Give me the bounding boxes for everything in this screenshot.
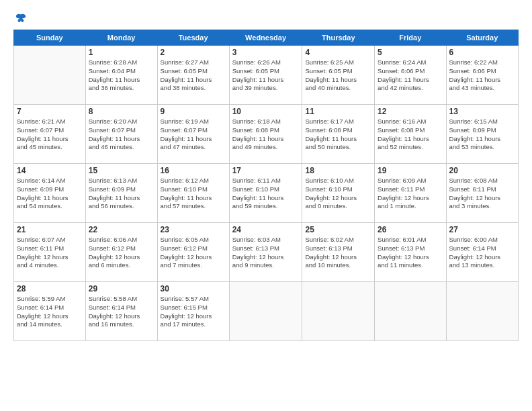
calendar-cell: 14Sunrise: 6:14 AMSunset: 6:09 PMDayligh… [14,164,86,223]
weekday-row: SundayMondayTuesdayWednesdayThursdayFrid… [14,30,519,46]
calendar-cell: 20Sunrise: 6:08 AMSunset: 6:11 PMDayligh… [446,164,518,223]
calendar-cell: 4Sunrise: 6:25 AMSunset: 6:05 PMDaylight… [302,46,375,105]
day-info: Sunrise: 6:19 AMSunset: 6:07 PMDaylight:… [161,118,226,152]
day-info: Sunrise: 6:08 AMSunset: 6:11 PMDaylight:… [449,177,515,211]
day-number: 24 [232,225,300,234]
weekday-header: Thursday [302,30,375,46]
weekday-header: Friday [375,30,446,46]
calendar-cell: 27Sunrise: 6:00 AMSunset: 6:14 PMDayligh… [446,223,518,282]
calendar-cell: 18Sunrise: 6:10 AMSunset: 6:10 PMDayligh… [302,164,375,223]
calendar-week-row: 7Sunrise: 6:21 AMSunset: 6:07 PMDaylight… [14,105,519,164]
day-info: Sunrise: 6:10 AMSunset: 6:10 PMDaylight:… [305,177,371,211]
calendar-week-row: 1Sunrise: 6:28 AMSunset: 6:04 PMDaylight… [14,46,519,105]
day-info: Sunrise: 5:57 AMSunset: 6:15 PMDaylight:… [161,295,226,329]
calendar-body: 1Sunrise: 6:28 AMSunset: 6:04 PMDaylight… [14,46,519,341]
day-info: Sunrise: 6:06 AMSunset: 6:12 PMDaylight:… [89,236,154,270]
day-info: Sunrise: 6:26 AMSunset: 6:05 PMDaylight:… [232,58,300,93]
day-number: 12 [378,107,443,116]
calendar-cell: 17Sunrise: 6:11 AMSunset: 6:10 PMDayligh… [229,164,302,223]
calendar-week-row: 14Sunrise: 6:14 AMSunset: 6:09 PMDayligh… [14,164,519,223]
day-number: 7 [17,107,83,116]
day-info: Sunrise: 5:59 AMSunset: 6:14 PMDaylight:… [17,295,83,329]
day-number: 21 [17,225,83,234]
day-number: 29 [89,284,154,293]
calendar-cell [14,46,86,105]
calendar-cell [446,282,518,341]
day-number: 8 [89,107,154,116]
day-info: Sunrise: 6:12 AMSunset: 6:10 PMDaylight:… [161,177,226,211]
weekday-header: Monday [85,30,157,46]
day-number: 10 [232,107,300,116]
logo [13,12,27,23]
calendar-cell: 6Sunrise: 6:22 AMSunset: 6:06 PMDaylight… [446,46,518,105]
calendar-cell: 28Sunrise: 5:59 AMSunset: 6:14 PMDayligh… [14,282,86,341]
calendar-cell: 7Sunrise: 6:21 AMSunset: 6:07 PMDaylight… [14,105,86,164]
day-info: Sunrise: 6:03 AMSunset: 6:13 PMDaylight:… [232,236,300,270]
calendar-cell: 5Sunrise: 6:24 AMSunset: 6:06 PMDaylight… [375,46,446,105]
day-info: Sunrise: 6:22 AMSunset: 6:06 PMDaylight:… [449,58,515,93]
day-number: 2 [161,48,226,57]
day-number: 15 [89,166,154,175]
day-number: 3 [232,48,300,57]
day-number: 5 [378,48,443,57]
calendar: SundayMondayTuesdayWednesdayThursdayFrid… [13,30,519,341]
day-info: Sunrise: 6:02 AMSunset: 6:13 PMDaylight:… [305,236,371,270]
day-number: 4 [305,48,371,57]
day-info: Sunrise: 6:15 AMSunset: 6:09 PMDaylight:… [449,118,515,152]
calendar-cell: 11Sunrise: 6:17 AMSunset: 6:08 PMDayligh… [302,105,375,164]
day-number: 22 [89,225,154,234]
day-info: Sunrise: 6:13 AMSunset: 6:09 PMDaylight:… [89,177,154,211]
day-info: Sunrise: 6:07 AMSunset: 6:11 PMDaylight:… [17,236,83,270]
calendar-cell: 8Sunrise: 6:20 AMSunset: 6:07 PMDaylight… [85,105,157,164]
page: SundayMondayTuesdayWednesdayThursdayFrid… [0,0,532,411]
calendar-cell: 26Sunrise: 6:01 AMSunset: 6:13 PMDayligh… [375,223,446,282]
day-info: Sunrise: 6:01 AMSunset: 6:13 PMDaylight:… [378,236,443,270]
calendar-header: SundayMondayTuesdayWednesdayThursdayFrid… [14,30,519,46]
calendar-cell: 12Sunrise: 6:16 AMSunset: 6:08 PMDayligh… [375,105,446,164]
day-info: Sunrise: 6:25 AMSunset: 6:05 PMDaylight:… [305,58,371,93]
weekday-header: Saturday [446,30,518,46]
calendar-cell: 22Sunrise: 6:06 AMSunset: 6:12 PMDayligh… [85,223,157,282]
day-info: Sunrise: 6:28 AMSunset: 6:04 PMDaylight:… [89,58,154,93]
calendar-cell: 30Sunrise: 5:57 AMSunset: 6:15 PMDayligh… [157,282,229,341]
calendar-cell: 29Sunrise: 5:58 AMSunset: 6:14 PMDayligh… [85,282,157,341]
day-number: 30 [161,284,226,293]
calendar-cell: 13Sunrise: 6:15 AMSunset: 6:09 PMDayligh… [446,105,518,164]
day-info: Sunrise: 6:24 AMSunset: 6:06 PMDaylight:… [378,58,443,93]
calendar-cell: 16Sunrise: 6:12 AMSunset: 6:10 PMDayligh… [157,164,229,223]
calendar-cell [229,282,302,341]
day-number: 26 [378,225,443,234]
calendar-cell: 15Sunrise: 6:13 AMSunset: 6:09 PMDayligh… [85,164,157,223]
calendar-cell [302,282,375,341]
day-number: 28 [17,284,83,293]
calendar-cell: 25Sunrise: 6:02 AMSunset: 6:13 PMDayligh… [302,223,375,282]
day-info: Sunrise: 6:00 AMSunset: 6:14 PMDaylight:… [449,236,515,270]
day-number: 18 [305,166,371,175]
calendar-cell: 2Sunrise: 6:27 AMSunset: 6:05 PMDaylight… [157,46,229,105]
logo-bird-icon [15,12,27,24]
day-info: Sunrise: 6:16 AMSunset: 6:08 PMDaylight:… [378,118,443,152]
calendar-week-row: 21Sunrise: 6:07 AMSunset: 6:11 PMDayligh… [14,223,519,282]
day-number: 14 [17,166,83,175]
day-info: Sunrise: 6:21 AMSunset: 6:07 PMDaylight:… [17,118,83,152]
calendar-cell: 23Sunrise: 6:05 AMSunset: 6:12 PMDayligh… [157,223,229,282]
header [13,12,519,23]
day-number: 27 [449,225,515,234]
day-number: 25 [305,225,371,234]
day-info: Sunrise: 6:18 AMSunset: 6:08 PMDaylight:… [232,118,300,152]
weekday-header: Sunday [14,30,86,46]
day-number: 17 [232,166,300,175]
day-info: Sunrise: 6:09 AMSunset: 6:11 PMDaylight:… [378,177,443,211]
day-number: 20 [449,166,515,175]
day-number: 6 [449,48,515,57]
day-number: 19 [378,166,443,175]
day-info: Sunrise: 6:17 AMSunset: 6:08 PMDaylight:… [305,118,371,152]
day-number: 11 [305,107,371,116]
calendar-cell: 3Sunrise: 6:26 AMSunset: 6:05 PMDaylight… [229,46,302,105]
weekday-header: Tuesday [157,30,229,46]
day-number: 9 [161,107,226,116]
day-info: Sunrise: 6:05 AMSunset: 6:12 PMDaylight:… [161,236,226,270]
day-number: 23 [161,225,226,234]
day-number: 13 [449,107,515,116]
calendar-cell: 1Sunrise: 6:28 AMSunset: 6:04 PMDaylight… [85,46,157,105]
